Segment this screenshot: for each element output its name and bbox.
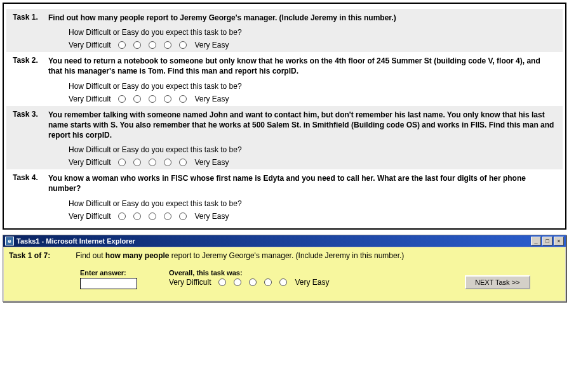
window-title: Tasks1 - Microsoft Internet Explorer: [17, 237, 531, 245]
instr-suffix: report to Jeremy George's manager. (Incl…: [170, 251, 405, 260]
scale-label-left: Very Difficult: [69, 95, 110, 103]
close-button[interactable]: ×: [554, 237, 564, 245]
difficulty-prompt: How Difficult or Easy do you expect this…: [69, 82, 556, 91]
task-block-4: Task 4. You know a woman who works in FI…: [6, 169, 563, 223]
scale-label-left: Very Difficult: [69, 212, 110, 221]
scale-radio-4[interactable]: [164, 95, 171, 103]
task-counter: Task 1 of 7:: [9, 251, 50, 260]
task-block-3: Task 3. You remember talking with someon…: [6, 106, 563, 170]
difficulty-scale: Very Difficult Very Easy: [69, 158, 556, 167]
task-description: Find out how many people report to Jerem…: [48, 13, 556, 23]
minimize-button[interactable]: _: [531, 237, 541, 245]
difficulty-scale: Very Difficult Very Easy: [69, 212, 556, 221]
scale-radio-5[interactable]: [179, 212, 187, 220]
scale-radio-3[interactable]: [149, 212, 156, 220]
maximize-button[interactable]: □: [542, 237, 552, 245]
next-column: NEXT Task >>: [465, 269, 560, 289]
task-number: Task 3.: [13, 110, 48, 119]
task-body: Find out how many people report to Jerem…: [48, 13, 556, 49]
scale-radio-3[interactable]: [249, 278, 257, 286]
difficulty-scale: Very Difficult Very Easy: [69, 95, 556, 103]
task-description: You remember talking with someone named …: [48, 110, 556, 141]
scale-radio-3[interactable]: [149, 159, 156, 166]
task-number: Task 2.: [13, 56, 48, 65]
answer-form: Enter answer: Overall, this task was: Ve…: [9, 269, 560, 289]
scale-label-left: Very Difficult: [169, 278, 211, 287]
scale-radio-5[interactable]: [179, 159, 187, 166]
scale-label-right: Very Easy: [194, 158, 229, 167]
task-body: You know a woman who works in FISC whose…: [48, 173, 556, 220]
scale-label-right: Very Easy: [295, 278, 329, 287]
scale-radio-4[interactable]: [164, 159, 171, 166]
scale-label-left: Very Difficult: [69, 158, 110, 167]
scale-radio-2[interactable]: [133, 95, 141, 103]
scale-label-left: Very Difficult: [69, 41, 110, 49]
difficulty-scale: Very Difficult Very Easy: [69, 41, 556, 49]
scale-radio-1[interactable]: [218, 278, 226, 286]
window-controls: _ □ ×: [531, 237, 564, 245]
difficulty-prompt: How Difficult or Easy do you expect this…: [69, 145, 556, 154]
next-task-button[interactable]: NEXT Task >>: [465, 275, 530, 289]
scale-label-right: Very Easy: [194, 95, 229, 103]
answer-input[interactable]: [80, 278, 137, 289]
task-body: You need to return a notebook to someone…: [48, 56, 556, 103]
ie-icon: e: [5, 237, 14, 245]
answer-column: Enter answer:: [80, 269, 169, 289]
questionnaire-panel: Task 1. Find out how many people report …: [3, 3, 566, 230]
task-description: You need to return a notebook to someone…: [48, 56, 556, 76]
scale-radio-3[interactable]: [149, 41, 156, 49]
overall-scale: Very Difficult Very Easy: [169, 278, 465, 287]
task-number: Task 4.: [13, 173, 48, 182]
task-header: Task 1 of 7: Find out how many people re…: [9, 251, 560, 260]
scale-radio-2[interactable]: [234, 278, 241, 286]
answer-label: Enter answer:: [80, 269, 169, 277]
scale-radio-2[interactable]: [133, 159, 141, 166]
difficulty-prompt: How Difficult or Easy do you expect this…: [69, 28, 556, 37]
difficulty-prompt: How Difficult or Easy do you expect this…: [69, 199, 556, 208]
scale-radio-5[interactable]: [179, 41, 187, 49]
scale-radio-1[interactable]: [118, 212, 126, 220]
task-description: You know a woman who works in FISC whose…: [48, 173, 556, 193]
scale-radio-5[interactable]: [279, 278, 287, 286]
scale-radio-4[interactable]: [164, 212, 171, 220]
scale-radio-1[interactable]: [118, 41, 126, 49]
task-body: You remember talking with someone named …: [48, 110, 556, 167]
task-instruction: Find out how many people report to Jerem…: [76, 251, 560, 260]
overall-column: Overall, this task was: Very Difficult V…: [169, 269, 465, 287]
scale-radio-1[interactable]: [118, 95, 126, 103]
scale-radio-2[interactable]: [133, 212, 141, 220]
instr-bold: how many people: [105, 251, 170, 260]
scale-label-right: Very Easy: [194, 212, 229, 221]
scale-radio-4[interactable]: [164, 41, 171, 49]
scale-label-right: Very Easy: [194, 41, 229, 49]
instr-prefix: Find out: [76, 251, 105, 260]
scale-radio-1[interactable]: [118, 159, 126, 166]
scale-radio-5[interactable]: [179, 95, 187, 103]
overall-label: Overall, this task was:: [169, 269, 465, 277]
scale-radio-4[interactable]: [264, 278, 272, 286]
scale-radio-2[interactable]: [133, 41, 141, 49]
scale-radio-3[interactable]: [149, 95, 156, 103]
window-titlebar: e Tasks1 - Microsoft Internet Explorer _…: [3, 235, 566, 247]
task-number: Task 1.: [13, 13, 48, 22]
task-block-1: Task 1. Find out how many people report …: [6, 9, 563, 52]
task-block-2: Task 2. You need to return a notebook to…: [6, 52, 563, 105]
task-window: e Tasks1 - Microsoft Internet Explorer _…: [3, 235, 566, 302]
window-content: Task 1 of 7: Find out how many people re…: [3, 247, 566, 301]
